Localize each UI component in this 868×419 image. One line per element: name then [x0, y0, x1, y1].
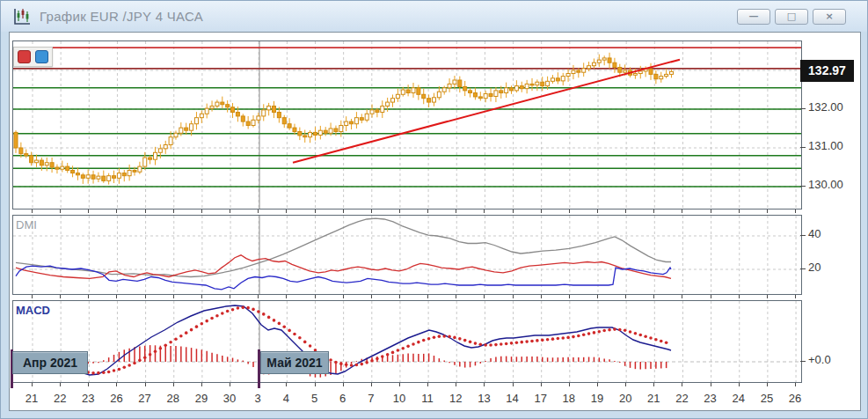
- time-axis-tick: [145, 383, 146, 386]
- time-axis-tick: [116, 295, 117, 298]
- time-axis-tick: [399, 295, 400, 298]
- time-tick-label: 23: [73, 392, 103, 405]
- time-tick-label: 23: [696, 392, 726, 405]
- time-axis-tick: [569, 295, 570, 298]
- time-tick-label: 25: [752, 392, 782, 405]
- time-axis-tick: [625, 295, 626, 298]
- time-tick-label: 22: [45, 392, 75, 405]
- time-axis-tick: [258, 210, 259, 213]
- trendline[interactable]: [293, 60, 680, 163]
- time-tick-label: 24: [724, 392, 754, 405]
- price-tick-label: 130.00: [808, 178, 843, 191]
- time-axis-tick: [653, 383, 654, 386]
- time-axis-tick: [88, 383, 89, 386]
- dmi-label: DMI: [16, 218, 37, 232]
- dmi-panel[interactable]: [12, 215, 802, 295]
- time-axis-tick: [767, 210, 768, 213]
- time-axis-tick: [739, 295, 740, 298]
- time-axis-tick: [173, 383, 174, 386]
- time-axis-tick: [625, 210, 626, 213]
- macd-panel[interactable]: [12, 300, 802, 383]
- time-axis-tick: [513, 383, 514, 386]
- time-axis-tick: [60, 383, 61, 386]
- time-axis-tick: [795, 383, 796, 386]
- time-tick-label: 20: [610, 392, 640, 405]
- time-tick-label: 3: [243, 392, 273, 405]
- time-tick-label: 5: [300, 392, 330, 405]
- dmi-tick-label: 40: [808, 227, 821, 240]
- time-axis-tick: [456, 210, 456, 213]
- time-axis-tick: [286, 383, 287, 386]
- time-axis-tick: [682, 295, 682, 298]
- time-axis-tick: [230, 295, 230, 298]
- time-tick-label: 26: [780, 392, 810, 405]
- time-axis-tick: [399, 383, 400, 386]
- time-tick-label: 6: [328, 392, 358, 405]
- time-axis-tick: [739, 210, 740, 213]
- time-axis-tick: [569, 210, 570, 213]
- time-axis-tick: [343, 210, 344, 213]
- time-axis-tick: [315, 210, 316, 213]
- time-tick-label: 17: [526, 392, 556, 405]
- time-axis-tick: [371, 295, 372, 298]
- time-axis-tick: [201, 210, 202, 213]
- time-tick-label: 22: [667, 392, 697, 405]
- price-chart-panel[interactable]: [12, 40, 802, 210]
- time-axis-tick: [343, 295, 344, 298]
- minimize-button[interactable]: —: [737, 9, 770, 25]
- time-tick-label: 21: [17, 392, 47, 405]
- time-axis-tick: [541, 383, 542, 386]
- chart-mini-toolbar: [13, 47, 53, 67]
- price-tick-label: 132.00: [808, 100, 843, 114]
- current-price-badge: 132.97: [800, 60, 854, 82]
- time-axis-tick: [145, 210, 146, 213]
- time-axis-tick: [653, 295, 654, 298]
- blue-tool-button[interactable]: [35, 50, 48, 63]
- time-tick-label: 26: [101, 392, 131, 405]
- price-axis-tick: [800, 186, 806, 187]
- time-tick-label: 19: [582, 392, 612, 405]
- time-axis-tick: [795, 210, 796, 213]
- close-button[interactable]: ×: [813, 9, 846, 25]
- time-axis-tick: [513, 295, 514, 298]
- time-axis-tick: [32, 210, 33, 213]
- time-axis-tick: [484, 210, 485, 213]
- macd-tick-label: +0.0: [808, 353, 831, 366]
- time-axis-tick: [88, 210, 89, 213]
- time-axis-tick: [427, 383, 428, 386]
- time-axis-tick: [767, 383, 768, 386]
- time-tick-label: 14: [498, 392, 528, 405]
- time-axis-tick: [597, 383, 598, 386]
- time-axis-tick: [116, 210, 117, 213]
- time-axis-tick: [230, 210, 230, 213]
- red-tool-button[interactable]: [18, 50, 31, 63]
- time-axis-tick: [371, 210, 372, 213]
- time-axis-tick: [456, 295, 456, 298]
- time-axis-tick: [60, 295, 61, 298]
- maximize-button[interactable]: □: [775, 9, 808, 25]
- window-controls: — □ ×: [737, 9, 846, 25]
- time-tick-label: 11: [412, 392, 442, 405]
- chart-window: График EUR /JPY 4 ЧАСА — □ × DMI MACD 13…: [0, 0, 868, 419]
- month-label-may: Май 2021: [260, 351, 329, 374]
- time-axis-tick: [201, 383, 202, 386]
- time-axis-tick: [767, 295, 768, 298]
- window-title: График EUR /JPY 4 ЧАСА: [40, 9, 203, 24]
- time-axis-tick: [116, 383, 117, 386]
- time-axis-tick: [399, 210, 400, 213]
- time-axis-tick: [427, 295, 428, 298]
- time-axis-tick: [597, 295, 598, 298]
- time-axis-tick: [201, 295, 202, 298]
- titlebar[interactable]: График EUR /JPY 4 ЧАСА — □ ×: [1, 1, 867, 32]
- time-tick-label: 7: [356, 392, 386, 405]
- price-axis-tick: [800, 108, 806, 109]
- time-axis-tick: [286, 210, 287, 213]
- time-axis-tick: [711, 383, 711, 386]
- time-axis-tick: [795, 295, 796, 298]
- time-axis-tick: [711, 210, 711, 213]
- time-axis-tick: [427, 210, 428, 213]
- dmi-axis-tick: [800, 235, 806, 236]
- time-axis-tick: [60, 210, 61, 213]
- dmi-tick-label: 20: [808, 261, 821, 274]
- time-tick-label: 10: [384, 392, 414, 405]
